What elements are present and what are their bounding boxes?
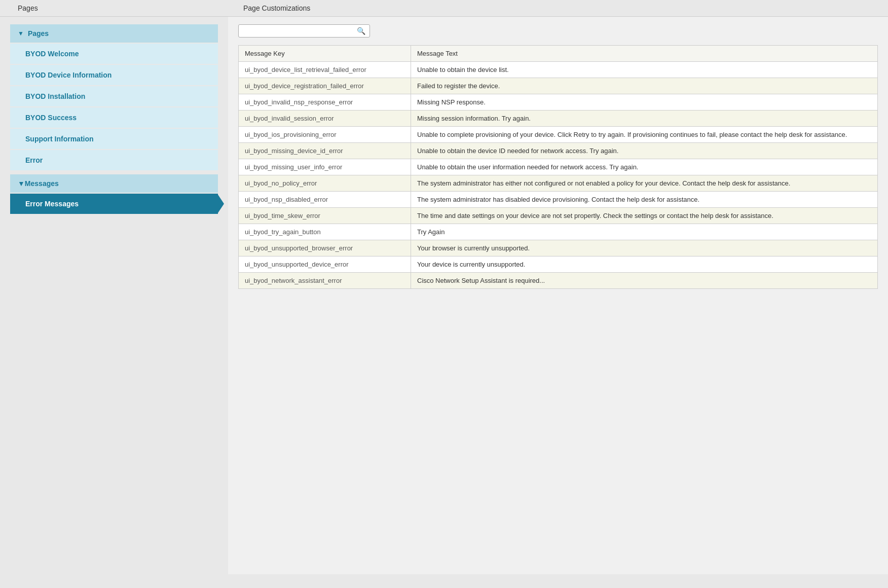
table-cell-key: ui_byod_device_list_retrieval_failed_err… (239, 62, 411, 78)
table-cell-value: Cisco Network Setup Assistant is require… (411, 273, 878, 289)
table-cell-value: The system administrator has either not … (411, 175, 878, 192)
content-area: 🔍 Message Key Message Text ui_byod_devic… (228, 17, 888, 574)
sidebar-item-byod-welcome[interactable]: BYOD Welcome (10, 44, 218, 64)
table-cell-value: Your device is currently unsupported. (411, 256, 878, 273)
table-row: ui_byod_time_skew_errorThe time and date… (239, 208, 878, 224)
table-cell-value: Unable to complete provisioning of your … (411, 127, 878, 143)
table-cell-key: ui_byod_no_policy_error (239, 175, 411, 192)
col-header-key: Message Key (239, 46, 411, 62)
table-cell-value: The time and date settings on your devic… (411, 208, 878, 224)
table-cell-key: ui_byod_device_registration_failed_error (239, 78, 411, 94)
table-row: ui_byod_network_assistant_errorCisco Net… (239, 273, 878, 289)
main-layout: ▼ Pages BYOD Welcome BYOD Device Informa… (0, 17, 888, 574)
table-row: ui_byod_nsp_disabled_errorThe system adm… (239, 192, 878, 208)
messages-section-label: Messages (25, 179, 59, 188)
table-cell-key: ui_byod_time_skew_error (239, 208, 411, 224)
table-row: ui_byod_unsupported_device_errorYour dev… (239, 256, 878, 273)
sidebar: ▼ Pages BYOD Welcome BYOD Device Informa… (0, 17, 228, 574)
sidebar-item-byod-device-info[interactable]: BYOD Device Information (10, 65, 218, 85)
table-cell-value: Unable to obtain the user information ne… (411, 159, 878, 175)
table-cell-value: Unable to obtain the device ID needed fo… (411, 143, 878, 159)
messages-section-header[interactable]: ▼ Messages (10, 174, 218, 193)
table-cell-key: ui_byod_nsp_disabled_error (239, 192, 411, 208)
table-row: ui_byod_ios_provisioning_errorUnable to … (239, 127, 878, 143)
table-cell-value: Missing NSP response. (411, 94, 878, 111)
table-row: ui_byod_no_policy_errorThe system admini… (239, 175, 878, 192)
pages-column-title: Pages (0, 4, 228, 12)
sidebar-item-byod-installation[interactable]: BYOD Installation (10, 86, 218, 106)
table-row: ui_byod_device_list_retrieval_failed_err… (239, 62, 878, 78)
table-cell-value: Missing session information. Try again. (411, 111, 878, 127)
table-row: ui_byod_try_again_buttonTry Again (239, 224, 878, 240)
pages-section-header[interactable]: ▼ Pages (10, 24, 218, 43)
table-cell-value: Failed to register the device. (411, 78, 878, 94)
sidebar-item-byod-success[interactable]: BYOD Success (10, 107, 218, 128)
table-cell-key: ui_byod_invalid_session_error (239, 111, 411, 127)
table-row: ui_byod_unsupported_browser_errorYour br… (239, 240, 878, 256)
sidebar-item-error-messages[interactable]: Error Messages (10, 194, 218, 214)
table-cell-key: ui_byod_network_assistant_error (239, 273, 411, 289)
sidebar-item-error[interactable]: Error (10, 150, 218, 170)
table-row: ui_byod_missing_user_info_errorUnable to… (239, 159, 878, 175)
table-cell-key: ui_byod_unsupported_browser_error (239, 240, 411, 256)
table-cell-key: ui_byod_ios_provisioning_error (239, 127, 411, 143)
col-header-value: Message Text (411, 46, 878, 62)
top-header: Pages Page Customizations (0, 0, 888, 17)
search-input[interactable] (243, 27, 357, 35)
search-icon: 🔍 (357, 27, 365, 35)
search-box: 🔍 (238, 24, 370, 38)
table-row: ui_byod_missing_device_id_errorUnable to… (239, 143, 878, 159)
search-container: 🔍 (238, 24, 878, 38)
table-cell-value: Unable to obtain the device list. (411, 62, 878, 78)
table-cell-value: The system administrator has disabled de… (411, 192, 878, 208)
pages-arrow-icon: ▼ (18, 30, 24, 37)
pages-section-label: Pages (28, 29, 49, 38)
table-cell-key: ui_byod_missing_device_id_error (239, 143, 411, 159)
table-cell-key: ui_byod_missing_user_info_error (239, 159, 411, 175)
table-cell-key: ui_byod_try_again_button (239, 224, 411, 240)
table-cell-key: ui_byod_unsupported_device_error (239, 256, 411, 273)
messages-table: Message Key Message Text ui_byod_device_… (238, 45, 878, 289)
sidebar-item-support-information[interactable]: Support Information (10, 129, 218, 149)
table-cell-key: ui_byod_invalid_nsp_response_error (239, 94, 411, 111)
customizations-column-title: Page Customizations (228, 4, 888, 12)
table-row: ui_byod_device_registration_failed_error… (239, 78, 878, 94)
table-row: ui_byod_invalid_nsp_response_errorMissin… (239, 94, 878, 111)
table-cell-value: Try Again (411, 224, 878, 240)
messages-arrow-icon: ▼ (18, 179, 25, 188)
table-row: ui_byod_invalid_session_errorMissing ses… (239, 111, 878, 127)
table-cell-value: Your browser is currently unsupported. (411, 240, 878, 256)
